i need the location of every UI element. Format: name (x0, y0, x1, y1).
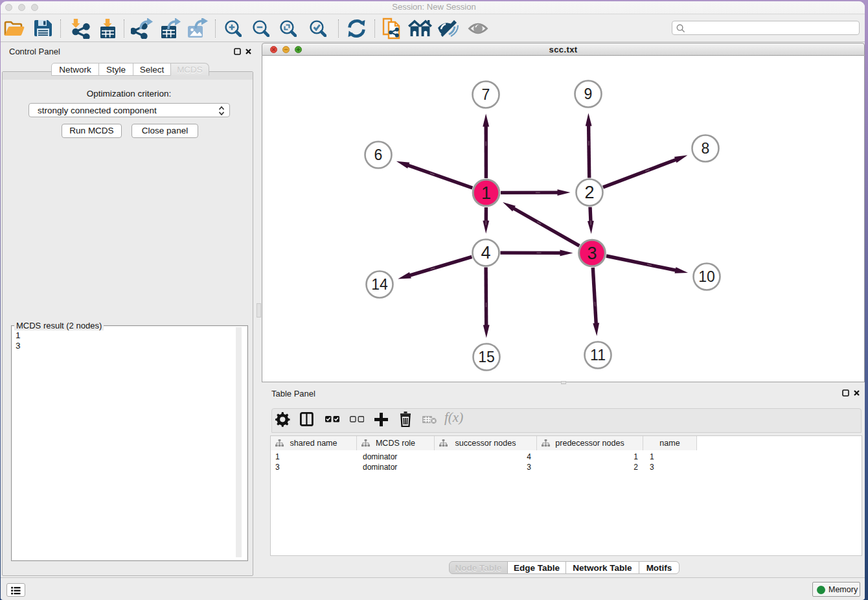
svg-text:9: 9 (584, 86, 593, 102)
svg-text:8: 8 (702, 140, 710, 157)
svg-text:11: 11 (590, 347, 606, 363)
svg-text:15: 15 (478, 349, 495, 365)
svg-text:10: 10 (698, 268, 715, 285)
svg-text:2: 2 (584, 183, 594, 202)
svg-text:7: 7 (482, 86, 490, 103)
svg-text:6: 6 (374, 146, 383, 163)
svg-text:4: 4 (481, 243, 490, 262)
svg-text:14: 14 (371, 276, 388, 293)
svg-text:3: 3 (587, 244, 597, 263)
svg-text:1: 1 (481, 183, 491, 203)
